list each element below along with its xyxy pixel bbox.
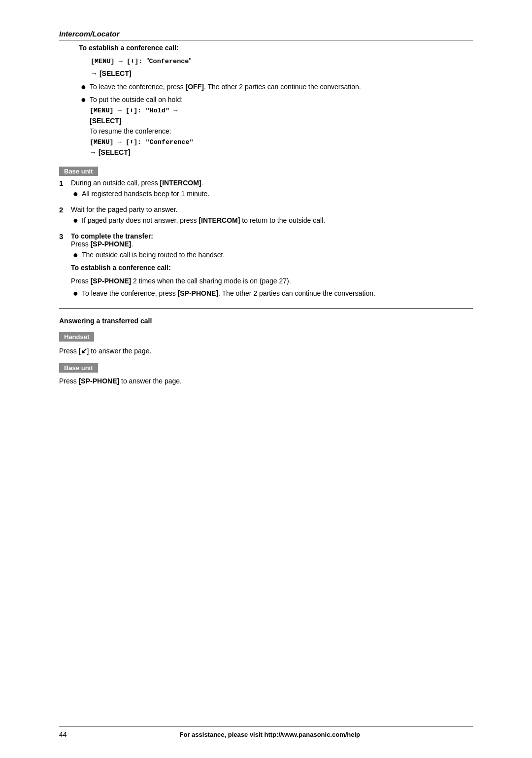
step-3-number: 3 — [59, 232, 71, 241]
bullet-dot-2: ● — [81, 95, 90, 105]
sp-phone-key-4: [SP-PHONE] — [79, 377, 119, 385]
menu-arrow-select: → [SELECT] — [91, 69, 131, 77]
sp-phone-key-1: [SP-PHONE] — [91, 240, 131, 248]
phone-icon: ↙ — [81, 346, 87, 355]
step-1-bullet-1: ● All registered handsets beep for 1 min… — [71, 189, 473, 200]
sp-phone-key-3: [SP-PHONE] — [178, 289, 218, 297]
page-footer: 44 For assistance, please visit http://w… — [59, 726, 473, 738]
menu-resume-end: " — [190, 138, 194, 146]
bullet-dot-1: ● — [81, 82, 90, 93]
badge-base-unit-1: Base unit — [59, 167, 98, 176]
section-divider — [59, 308, 473, 309]
step-3-bullet-dot: ● — [73, 250, 82, 261]
intercom-key: [INTERCOM] — [160, 179, 201, 187]
menu-conference-text: "Conference" — [146, 57, 191, 65]
sp-phone-key-2: [SP-PHONE] — [91, 277, 131, 285]
establish-conf-bullet-1: ● To leave the conference, press [SP-PHO… — [71, 288, 473, 299]
badge-handset: Handset — [59, 332, 94, 342]
step-1-bullet-text: All registered handsets beep for 1 minut… — [82, 189, 473, 199]
step-3-label: To complete the transfer: — [71, 232, 153, 240]
off-key: [OFF] — [186, 83, 204, 91]
step-3-bullet-text: The outside call is being routed to the … — [82, 250, 473, 260]
menu-hold-text: [MENU] → [⬆]: "Hold" → — [90, 107, 177, 114]
menu-select-line: → [SELECT] — [91, 68, 473, 79]
select-key: [SELECT] — [90, 117, 122, 125]
step-2-content: Wait for the paged party to answer. ● If… — [71, 206, 473, 228]
bullet-text-2: To put the outside call on hold: [MENU] … — [90, 95, 473, 158]
menu-text-1: [MENU] → [⬆]: — [91, 58, 146, 65]
step-1: 1 During an outside call, press [INTERCO… — [59, 179, 473, 202]
page-container: Intercom/Locator To establish a conferen… — [0, 0, 532, 758]
answering-heading: Answering a transferred call — [59, 315, 473, 326]
step-3: 3 To complete the transfer: Press [SP-PH… — [59, 232, 473, 301]
bullet-item-1: ● To leave the conference, press [OFF]. … — [79, 82, 473, 93]
step-1-content: During an outside call, press [INTERCOM]… — [71, 179, 473, 202]
step-2-bullet-text: If paged party does not answer, press [I… — [82, 215, 473, 226]
establish-conf-text: Press [SP-PHONE] 2 times when the call s… — [71, 276, 473, 286]
numbered-steps: 1 During an outside call, press [INTERCO… — [59, 179, 473, 301]
step-2-text: Wait for the paged party to answer. — [71, 206, 178, 213]
conference-call-block: To establish a conference call: [MENU] →… — [79, 42, 473, 158]
intercom-key-2: [INTERCOM] — [199, 216, 240, 224]
menu-line1: [MENU] → [⬆]: "Conference" — [91, 55, 473, 67]
step-2: 2 Wait for the paged party to answer. ● … — [59, 206, 473, 228]
select-key-2: → [SELECT] — [90, 148, 130, 156]
handset-press-text: Press [↙] to answer the page. — [59, 345, 473, 357]
bullet-text-1: To leave the conference, press [OFF]. Th… — [90, 82, 473, 92]
step-3-content: To complete the transfer: Press [SP-PHON… — [71, 232, 473, 301]
step-2-bullet-dot: ● — [73, 215, 82, 226]
bullet-item-2: ● To put the outside call on hold: [MENU… — [79, 95, 473, 158]
conference-call-heading: To establish a conference call: — [79, 42, 473, 53]
menu-sequence-block: [MENU] → [⬆]: "Conference" → [SELECT] — [91, 55, 473, 79]
step-3-bullet-1: ● The outside call is being routed to th… — [71, 250, 473, 261]
step-1-number: 1 — [59, 179, 71, 187]
page-number: 44 — [59, 730, 67, 738]
step-3-bullets: ● The outside call is being routed to th… — [71, 250, 473, 261]
answering-section: Answering a transferred call Handset Pre… — [59, 315, 473, 386]
base-press-text: Press [SP-PHONE] to answer the page. — [59, 376, 473, 386]
step-2-bullets: ● If paged party does not answer, press … — [71, 215, 473, 226]
badge-base-unit-2: Base unit — [59, 363, 98, 373]
section-title: Intercom/Locator — [59, 30, 473, 40]
step-2-number: 2 — [59, 206, 71, 214]
step-1-text: During an outside call, press [INTERCOM]… — [71, 179, 203, 187]
conference-bullets: ● To leave the conference, press [OFF]. … — [79, 82, 473, 158]
step-1-bullet-dot: ● — [73, 189, 82, 200]
step-3-text: Press [SP-PHONE]. — [71, 240, 133, 248]
step-1-bullets: ● All registered handsets beep for 1 min… — [71, 189, 473, 200]
establish-conf-bullets: ● To leave the conference, press [SP-PHO… — [71, 288, 473, 299]
menu-resume-text: [MENU] → [⬆]: " — [90, 138, 150, 146]
conference-text-2: Conference — [150, 138, 190, 146]
establish-conf-bullet-text: To leave the conference, press [SP-PHONE… — [82, 288, 473, 299]
footer-text: For assistance, please visit http://www.… — [67, 731, 473, 738]
step-2-bullet-1: ● If paged party does not answer, press … — [71, 215, 473, 226]
establish-conf-bullet-dot: ● — [73, 288, 82, 299]
establish-conf-heading: To establish a conference call: — [71, 262, 473, 273]
